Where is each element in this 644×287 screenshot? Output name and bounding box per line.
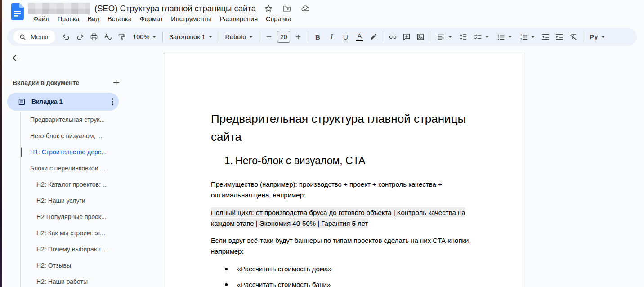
doc-heading-1: 1. Hero-блок с визуалом, CTA xyxy=(224,154,478,167)
google-docs-window: (SEO) Структура главной страницы сайта xyxy=(0,0,644,287)
tab-item-active[interactable]: Вкладка 1 xyxy=(7,93,119,111)
line-spacing-button[interactable] xyxy=(456,30,470,44)
document-title[interactable]: (SEO) Структура главной страницы сайта xyxy=(94,4,256,13)
search-label: Меню xyxy=(31,33,48,40)
outline-item[interactable]: H2 Популярные проек... xyxy=(21,209,134,225)
zoom-select[interactable]: 100% xyxy=(129,30,160,44)
checklist-button[interactable] xyxy=(470,30,492,44)
menu-insert[interactable]: Вставка xyxy=(104,14,135,24)
add-tab-button[interactable] xyxy=(112,78,121,87)
document-status-button[interactable] xyxy=(300,4,310,13)
document-outline: Предварительная струк... Hero-блок с виз… xyxy=(20,112,134,287)
bold-button[interactable]: B xyxy=(311,30,324,44)
folder-move-icon xyxy=(282,4,291,13)
menu-edit[interactable]: Правка xyxy=(54,14,83,24)
tab-document-icon xyxy=(18,98,26,106)
desktop-edge-strip xyxy=(0,0,2,287)
paragraph: Преимущество (например): производство + … xyxy=(211,179,478,201)
decrease-indent-button[interactable] xyxy=(539,30,552,44)
input-tools-label: Ру xyxy=(590,33,598,40)
chevron-down-icon xyxy=(209,36,212,38)
print-icon xyxy=(89,32,98,41)
highlighted-text: лет xyxy=(356,218,368,228)
font-size-input[interactable] xyxy=(277,31,290,43)
paragraph-style-select[interactable]: Заголовок 1 xyxy=(165,30,215,44)
star-button[interactable] xyxy=(264,4,273,13)
menu-file[interactable]: Файл xyxy=(30,14,53,24)
svg-text:1: 1 xyxy=(520,33,522,36)
highlighted-bold-text: 5 xyxy=(352,218,355,228)
outline-item[interactable]: H2: Наши работы xyxy=(21,274,134,287)
divider xyxy=(308,32,308,42)
input-tools-button[interactable]: Ру xyxy=(586,30,608,44)
redacted-title-segment xyxy=(28,3,90,14)
doc-title-text: Предварительная структура главной страни… xyxy=(211,110,478,146)
undo-button[interactable] xyxy=(59,30,73,44)
image-icon xyxy=(416,32,425,41)
list-item: «Рассчитать стоимость дома» xyxy=(237,264,478,274)
paragraph-style-value: Заголовок 1 xyxy=(169,33,205,40)
divider xyxy=(383,32,383,42)
minus-icon xyxy=(265,33,273,40)
highlight-color-button[interactable] xyxy=(367,30,380,44)
divider xyxy=(259,32,259,42)
insert-image-button[interactable] xyxy=(414,30,427,44)
outline-item[interactable]: H2: Отзывы xyxy=(21,257,134,274)
spellcheck-button[interactable] xyxy=(101,30,115,44)
clear-formatting-button[interactable] xyxy=(567,30,580,44)
outline-item[interactable]: Hero-блок с визуалом, ... xyxy=(21,128,134,144)
menu-format[interactable]: Формат xyxy=(137,14,166,24)
comment-add-icon xyxy=(402,32,411,41)
menu-help[interactable]: Справка xyxy=(263,14,295,24)
print-button[interactable] xyxy=(87,30,101,44)
text-color-button[interactable]: A xyxy=(353,30,366,44)
cloud-saved-icon xyxy=(300,4,310,13)
divider xyxy=(583,32,583,42)
divider xyxy=(162,32,163,42)
menu-tools[interactable]: Инструменты xyxy=(168,14,215,24)
increase-indent-button[interactable] xyxy=(553,30,566,44)
font-family-select[interactable]: Roboto xyxy=(222,30,257,44)
paint-format-button[interactable] xyxy=(115,30,129,44)
search-menus-button[interactable]: Меню xyxy=(13,30,55,44)
google-docs-icon[interactable] xyxy=(11,3,24,20)
add-comment-button[interactable] xyxy=(400,30,413,44)
outline-item[interactable]: H2: Каталог проектов: ... xyxy=(21,176,134,193)
plus-icon xyxy=(295,33,302,40)
bold-glyph: B xyxy=(315,33,320,41)
line-spacing-icon xyxy=(458,32,467,41)
bullet-list: «Рассчитать стоимость дома» «Рассчитать … xyxy=(211,264,478,287)
document-page[interactable]: Предварительная структура главной страни… xyxy=(164,53,525,287)
outline-item[interactable]: H2: Почему выбирают ... xyxy=(21,241,134,257)
highlighted-text: Полный цикл: от производства бруса до го… xyxy=(211,207,465,228)
italic-button[interactable]: I xyxy=(325,30,338,44)
redo-button[interactable] xyxy=(73,30,87,44)
list-item: «Рассчитать стоимость бани» xyxy=(237,279,478,287)
menu-extensions[interactable]: Расширения xyxy=(217,14,261,24)
menu-view[interactable]: Вид xyxy=(85,14,103,24)
title-row: (SEO) Структура главной страницы сайта xyxy=(28,3,310,14)
underline-glyph: U xyxy=(343,33,348,41)
move-to-folder-button[interactable] xyxy=(282,4,291,13)
outline-item-active[interactable]: H1: Строительство дере... xyxy=(21,144,134,160)
close-sidebar-button[interactable] xyxy=(11,53,22,63)
outline-item[interactable]: H2: Наши услуги xyxy=(21,193,134,209)
tabs-sidebar: Вкладки в документе Вкладка 1 Предварите… xyxy=(2,46,137,287)
numbered-list-button[interactable]: 1 2 xyxy=(516,30,538,44)
insert-link-button[interactable] xyxy=(386,30,399,44)
toolbar: Меню 100% xyxy=(7,28,637,46)
redo-icon xyxy=(76,32,85,41)
heading-text: Hero-блок с визуалом, CTA xyxy=(235,154,365,167)
decrease-font-size-button[interactable] xyxy=(262,30,276,44)
outline-item[interactable]: H2: Как мы строим: эт... xyxy=(21,225,134,241)
outline-item[interactable]: Блоки с перелинковкой ... xyxy=(21,160,134,176)
outline-item[interactable]: Предварительная струк... xyxy=(21,112,134,128)
kebab-menu-icon xyxy=(112,98,114,105)
increase-font-size-button[interactable] xyxy=(291,30,305,44)
back-arrow-icon xyxy=(11,53,22,63)
bulleted-list-button[interactable] xyxy=(493,30,515,44)
underline-button[interactable]: U xyxy=(339,30,352,44)
undo-icon xyxy=(62,32,71,41)
align-button[interactable] xyxy=(433,30,456,44)
tab-options-button[interactable] xyxy=(112,98,114,105)
